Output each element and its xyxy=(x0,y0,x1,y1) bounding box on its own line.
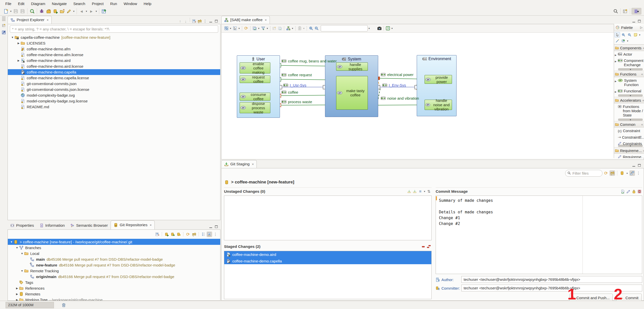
switch-layout-toggle[interactable] xyxy=(629,170,635,176)
collapsed-icon[interactable]: ▶ xyxy=(15,287,19,290)
capella-perspective-toggle[interactable] xyxy=(631,8,641,15)
menu-edit[interactable]: Edit xyxy=(15,0,28,7)
collapse-section-icon[interactable]: « xyxy=(641,72,643,76)
expanded-icon[interactable]: ▼ xyxy=(9,241,14,243)
add-change-id-icon[interactable] xyxy=(637,189,642,194)
repo-root-selected[interactable]: ▼ > coffee-machine [new-feature] - /work… xyxy=(8,239,220,245)
tree-item[interactable]: git-conventional-commits.json xyxy=(8,81,220,87)
restore-view-icon[interactable] xyxy=(1,23,7,28)
collapse-all-icon[interactable] xyxy=(191,18,197,24)
palette-scroll-down[interactable]: ▾ xyxy=(618,68,643,70)
tree-item[interactable]: ▶ coffee-machine-demo.aird xyxy=(8,58,220,63)
sort-icon[interactable]: ⇅ xyxy=(426,189,432,194)
palette-item-constraint[interactable]: {c} Constraint xyxy=(614,128,644,134)
palette-scroll-down[interactable]: ▾ xyxy=(618,94,643,97)
author-input[interactable] xyxy=(461,276,642,283)
amend-commit-icon[interactable] xyxy=(626,189,631,194)
tree-item-branch-checked-out[interactable]: ✓ new-feature db45166 Merge pull request… xyxy=(8,262,220,268)
select-dropdown-icon[interactable]: ▾ xyxy=(238,27,241,30)
expanded-icon[interactable]: ▼ xyxy=(20,269,24,272)
expanded-icon[interactable]: ▼ xyxy=(10,36,15,39)
arrange-dropdown-icon[interactable]: ▾ xyxy=(229,27,232,30)
layers-dropdown-icon[interactable]: ▾ xyxy=(291,27,294,30)
help-icon[interactable] xyxy=(385,26,391,31)
run-garbage-collector-icon[interactable] xyxy=(61,302,67,308)
pin-editor-button[interactable] xyxy=(101,8,107,15)
function-make-tasty-coffee[interactable]: make tasty coffee xyxy=(336,76,368,110)
staged-file-row[interactable]: coffee-machine-demo.capella xyxy=(224,258,431,264)
expanded-icon[interactable]: ▼ xyxy=(20,252,24,255)
zoom-combo-input[interactable] xyxy=(323,26,365,30)
minimize-icon[interactable] xyxy=(208,224,213,229)
layers-icon[interactable] xyxy=(285,26,291,31)
selection-tool[interactable] xyxy=(615,32,620,37)
import-button[interactable] xyxy=(52,8,59,15)
pin-elements-icon[interactable] xyxy=(272,26,277,31)
minimize-icon[interactable] xyxy=(631,163,636,168)
filters-icon[interactable] xyxy=(260,26,266,31)
validation-rules-button[interactable] xyxy=(38,8,45,15)
unstaged-list[interactable] xyxy=(224,196,432,240)
link-tool[interactable] xyxy=(615,38,620,44)
maximize-icon[interactable] xyxy=(636,18,642,24)
zoom-in-tool[interactable] xyxy=(621,32,626,37)
staged-list[interactable]: coffee-machine-demo.aird coffee-machine-… xyxy=(224,251,432,299)
collapse-section-icon[interactable]: « xyxy=(641,123,643,126)
flat-layout-toggle[interactable] xyxy=(207,231,212,237)
function-consume-coffee[interactable]: consume coffee xyxy=(240,93,270,101)
staged-file-row[interactable]: coffee-machine-demo.aird xyxy=(224,251,431,258)
copy-layout-icon[interactable] xyxy=(252,26,257,31)
tree-item[interactable]: coffee-machine-demo.aird.license xyxy=(8,63,220,69)
tree-item[interactable]: Tags xyxy=(8,280,220,285)
collapsed-icon[interactable]: ▶ xyxy=(15,293,19,295)
tab-git-repositories[interactable]: Git Repositories × xyxy=(111,220,155,229)
function-request-coffee[interactable]: request coffee xyxy=(240,75,270,83)
zoom-out-icon[interactable] xyxy=(314,26,319,31)
palette-item-system-function[interactable]: ▶ System Function xyxy=(614,77,644,88)
explorer-filter-input[interactable] xyxy=(12,27,216,31)
view-menu-icon[interactable]: ⋮ xyxy=(636,170,641,176)
create-repository-icon[interactable] xyxy=(176,231,181,237)
menu-search[interactable]: Search xyxy=(70,0,89,7)
tree-item-selected[interactable]: coffee-machine-demo.capella xyxy=(8,69,220,75)
tree-item[interactable]: ▶ Remotes xyxy=(8,291,220,297)
presentation-dropdown-icon[interactable]: ▾ xyxy=(423,190,426,193)
pen-dropdown-icon[interactable]: ▾ xyxy=(72,10,75,13)
collapsed-icon[interactable]: ▶ xyxy=(16,42,21,45)
zoom-combo-dropdown-icon[interactable]: ▾ xyxy=(368,27,371,30)
tree-item[interactable]: ▼ Local xyxy=(8,251,220,256)
search-icon[interactable] xyxy=(612,8,619,15)
tree-item[interactable]: ▼ Remote Tracking xyxy=(8,268,220,274)
signed-off-icon[interactable] xyxy=(631,189,637,194)
help-dropdown-icon[interactable]: ▾ xyxy=(391,27,394,30)
function-dispose-process-waste[interactable]: dispose process waste xyxy=(240,102,270,113)
staging-filter-input[interactable] xyxy=(572,171,600,175)
close-icon[interactable]: × xyxy=(47,18,49,22)
collapsed-icon[interactable]: ▶ xyxy=(16,59,21,62)
arrange-all-icon[interactable] xyxy=(223,26,229,31)
palette-item-functional-exchange[interactable]: ▶ Functional xyxy=(614,88,644,94)
palette-item-functions-from-mode-state[interactable]: Functions from Mode / State xyxy=(614,103,644,118)
menu-project[interactable]: Project xyxy=(88,0,107,7)
close-icon[interactable]: × xyxy=(252,162,254,166)
palette-section-accelerators[interactable]: Accelerators « xyxy=(614,97,644,103)
pin-dropdown-icon[interactable]: ▾ xyxy=(627,40,629,42)
back-dropdown-icon[interactable]: ▾ xyxy=(85,10,88,13)
palette-section-components[interactable]: Components « xyxy=(614,45,644,51)
add-repository-icon[interactable] xyxy=(170,231,175,237)
open-perspective-button[interactable] xyxy=(622,8,629,15)
stage-selected-icon[interactable] xyxy=(406,189,412,194)
maximize-icon[interactable] xyxy=(636,163,642,168)
view-menu-icon[interactable]: ⋮ xyxy=(213,231,218,237)
exchange-label[interactable]: electrical power xyxy=(381,72,413,77)
tab-properties[interactable]: Properties xyxy=(8,221,37,229)
palette-item-requirement[interactable]: Requireme... xyxy=(614,154,644,158)
maximize-icon[interactable] xyxy=(213,224,219,229)
stage-all-icon[interactable] xyxy=(412,189,417,194)
view-menu-icon[interactable]: ⋮ xyxy=(202,18,208,24)
unstage-selected-icon[interactable] xyxy=(421,244,426,249)
palette-item-component-exchange[interactable]: ▶ Component Exchange xyxy=(614,57,644,68)
refresh-diagram-icon[interactable]: ⟳ xyxy=(243,26,249,31)
palette-scroll-down[interactable]: ▾ xyxy=(618,119,643,121)
save-button[interactable] xyxy=(12,8,19,15)
